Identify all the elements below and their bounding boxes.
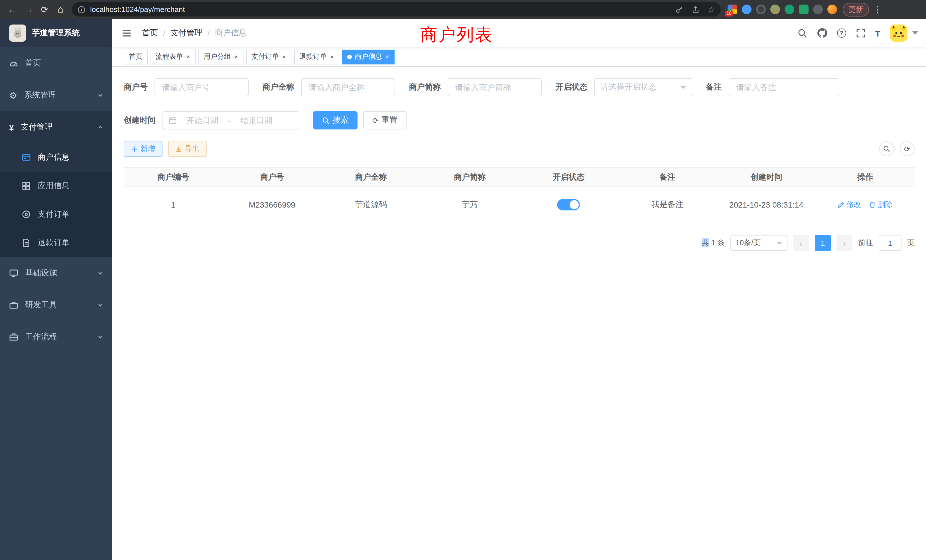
sidebar-item-dev-tools[interactable]: 研发工具 <box>0 289 112 321</box>
sidebar-item-app-info[interactable]: 应用信息 <box>0 172 112 200</box>
tab-close-icon[interactable] <box>186 54 191 59</box>
toggle-search-button[interactable] <box>879 141 894 156</box>
extension-pin-icon[interactable] <box>813 5 823 14</box>
page-number-1[interactable]: 1 <box>815 235 831 251</box>
edit-link[interactable]: 修改 <box>838 199 861 210</box>
browser-update-button[interactable]: 更新 <box>843 3 869 16</box>
calendar-icon <box>169 117 177 124</box>
refresh-icon <box>372 116 378 125</box>
edit-pencil-icon <box>838 201 845 208</box>
sidebar-item-workflow[interactable]: 工作流程 <box>0 321 112 353</box>
fullscreen-icon[interactable] <box>856 28 865 38</box>
reset-button[interactable]: 重置 <box>363 111 407 129</box>
tab-merchant-info[interactable]: 商户信息 <box>342 49 395 64</box>
app-logo[interactable]: 芋道管理系统 <box>0 19 112 47</box>
browser-toolbar: localhost:1024/pay/merchant 10 <box>0 0 926 19</box>
sidebar-item-home[interactable]: 首页 <box>0 47 112 79</box>
address-bar[interactable]: localhost:1024/pay/merchant <box>72 2 721 17</box>
extension-icon-8[interactable] <box>828 5 837 14</box>
tab-user-group[interactable]: 用户分组 <box>198 49 244 64</box>
user-menu-caret-icon[interactable] <box>912 31 918 35</box>
sidebar-item-payment[interactable]: 支付管理 <box>0 111 112 143</box>
user-avatar[interactable] <box>890 24 907 42</box>
filter-row-2: 创建时间 - <box>124 111 915 129</box>
tab-close-icon[interactable] <box>385 54 389 59</box>
bookmark-star-icon[interactable] <box>707 4 715 15</box>
help-icon[interactable] <box>837 29 846 38</box>
extension-icon-4[interactable] <box>770 5 780 14</box>
hamburger-icon[interactable] <box>112 28 141 38</box>
date-end-input[interactable] <box>234 116 278 125</box>
url-text: localhost:1024/pay/merchant <box>90 5 185 14</box>
date-start-input[interactable] <box>180 116 225 125</box>
extension-icon-3[interactable] <box>756 5 766 14</box>
breadcrumb-separator: / <box>207 29 210 38</box>
site-info-icon[interactable] <box>77 5 86 14</box>
search-button[interactable]: 搜索 <box>313 111 357 129</box>
browser-menu-icon[interactable] <box>873 4 882 15</box>
add-button[interactable]: 新增 <box>124 141 162 157</box>
sidebar-item-infrastructure[interactable]: 基础设施 <box>0 257 112 289</box>
next-page-button[interactable] <box>837 235 852 251</box>
extension-badge: 10 <box>725 11 733 17</box>
breadcrumb-section[interactable]: 支付管理 <box>171 28 203 38</box>
browser-back-icon[interactable] <box>5 2 21 17</box>
page-size-select[interactable]: 10条/页 <box>731 235 787 251</box>
tab-payment-order[interactable]: 支付订单 <box>246 49 291 64</box>
table-header-actions: 操作 <box>816 172 915 182</box>
sidebar-item-payment-order[interactable]: 支付订单 <box>0 200 112 229</box>
download-icon <box>176 146 182 152</box>
refresh-table-button[interactable] <box>900 141 915 156</box>
merchant-no-input[interactable] <box>154 78 249 96</box>
delete-link-label: 删除 <box>878 199 893 210</box>
tab-process-form[interactable]: 流程表单 <box>151 49 195 64</box>
share-icon[interactable] <box>691 5 699 14</box>
tab-label: 退款订单 <box>300 52 327 62</box>
breadcrumb-home[interactable]: 首页 <box>142 28 158 38</box>
date-range-picker[interactable]: - <box>162 111 300 129</box>
browser-forward-icon[interactable] <box>21 2 36 17</box>
browser-reload-icon[interactable] <box>36 2 53 17</box>
tab-home[interactable]: 首页 <box>124 49 148 64</box>
github-icon[interactable] <box>817 28 828 38</box>
dashboard-icon <box>9 59 18 68</box>
monitor-icon <box>9 269 18 278</box>
remark-input[interactable] <box>729 78 839 96</box>
cell-merchant-no: M233666999 <box>222 200 322 209</box>
prev-page-button[interactable] <box>793 235 809 251</box>
pagination-total: 共 1 条 <box>702 238 725 248</box>
extension-icon-5[interactable] <box>785 5 794 14</box>
header-search-icon[interactable] <box>798 28 807 38</box>
sidebar-item-system[interactable]: 系统管理 <box>0 79 112 111</box>
password-key-icon[interactable] <box>675 5 683 14</box>
briefcase-icon <box>9 333 18 342</box>
tab-close-icon[interactable] <box>234 54 238 59</box>
merchant-table: 商户编号 商户号 商户全称 商户简称 开启状态 备注 创建时间 操作 1 M23… <box>124 167 915 222</box>
breadcrumb-separator: / <box>163 29 165 38</box>
goto-page-input[interactable] <box>879 235 902 251</box>
status-toggle[interactable] <box>557 199 580 210</box>
tab-refund-order[interactable]: 退款订单 <box>294 49 339 64</box>
sidebar-item-merchant-info[interactable]: 商户信息 <box>0 143 112 172</box>
total-suffix: 条 <box>717 238 725 247</box>
short-name-input[interactable] <box>448 78 542 96</box>
sidebar-item-refund-order[interactable]: 退款订单 <box>0 229 112 257</box>
tab-close-icon[interactable] <box>330 54 334 59</box>
export-button[interactable]: 导出 <box>168 141 207 157</box>
search-button-label: 搜索 <box>333 115 348 126</box>
gear-icon <box>9 90 17 101</box>
extension-icon-1[interactable]: 10 <box>728 5 737 14</box>
browser-home-icon[interactable] <box>53 2 68 17</box>
edit-link-label: 修改 <box>846 199 861 210</box>
status-select[interactable]: 请选择开启状态 <box>594 78 692 96</box>
delete-link[interactable]: 删除 <box>869 199 893 210</box>
pagination: 共 1 条 10条/页 1 前往 页 <box>124 235 915 251</box>
font-size-icon[interactable] <box>875 28 881 38</box>
extension-icon-2[interactable] <box>742 5 752 14</box>
extension-icon-6[interactable] <box>799 5 808 14</box>
tab-label: 流程表单 <box>156 52 183 62</box>
tab-close-icon[interactable] <box>282 54 286 59</box>
full-name-input[interactable] <box>301 78 395 96</box>
sidebar-item-label: 支付管理 <box>21 122 53 132</box>
create-time-label: 创建时间 <box>124 115 156 126</box>
